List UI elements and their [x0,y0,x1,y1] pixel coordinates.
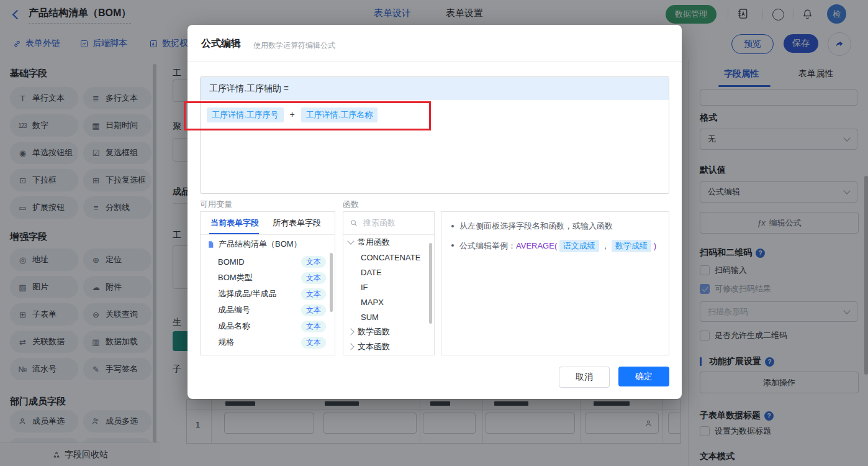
functions-label: 函数 [343,199,359,210]
function-group-text[interactable]: 文本函数 [343,339,434,354]
cancel-button[interactable]: 取消 [559,367,610,388]
type-badge: 文本 [301,288,326,300]
type-badge: 文本 [301,321,326,332]
modal-subtitle: 使用数学运算符编辑公式 [253,40,335,51]
bullet [451,225,454,227]
variable-field-row[interactable]: 成品编号文本 [201,302,335,318]
variables-panel: 当前表单字段 所有表单字段 产品结构清单（BOM） BOMID文本 BOM类型文… [200,211,335,355]
bullet [451,244,454,247]
tip-line-2: 公式编辑举例：AVERAGE( 语文成绩 ， 数学成绩 ) [451,240,659,252]
type-badge: 文本 [301,337,326,349]
type-badge: 文本 [301,272,326,284]
function-group-common[interactable]: 常用函数 [343,235,434,250]
tab-current-form-fields[interactable]: 当前表单字段 [210,217,259,229]
variable-field-row[interactable]: 选择成品/半成品文本 [201,286,335,302]
formula-example: 公式编辑举例：AVERAGE( 语文成绩 ， 数学成绩 ) [459,240,656,252]
example-field-token: 数学成绩 [612,240,651,252]
confirm-button[interactable]: 确定 [618,367,669,386]
variable-field-row[interactable]: 规格文本 [201,334,335,350]
variables-scrollbar[interactable] [330,253,333,312]
example-field-token: 语文成绩 [559,240,599,252]
chevron-right-icon [347,343,354,350]
functions-panel: 搜索函数 常用函数 CONCATENATE DATE IF MAPX SUM 数… [343,211,435,355]
tips-panel: 从左侧面板选择字段名和函数，或输入函数 公式编辑举例：AVERAGE( 语文成绩… [441,211,669,355]
function-item[interactable]: SUM [343,309,434,324]
active-tab-underline [209,233,259,234]
type-badge: 文本 [301,256,326,268]
variables-tabs: 当前表单字段 所有表单字段 [201,212,335,235]
function-search[interactable]: 搜索函数 [343,212,434,235]
formula-target: 工序详情.工序辅助 = [201,77,669,100]
chevron-down-icon [347,237,354,244]
tip-line-1: 从左侧面板选择字段名和函数，或输入函数 [451,221,659,232]
variable-field-row[interactable]: BOM类型文本 [201,270,335,286]
chevron-right-icon [347,328,354,335]
functions-scrollbar[interactable] [429,243,432,324]
formula-editor-modal: 公式编辑 使用数学运算符编辑公式 工序详情.工序辅助 = 工序详情.工序序号 +… [188,25,682,399]
modal-title: 公式编辑 [201,37,241,50]
function-name: AVERAGE( [516,241,557,250]
function-item[interactable]: IF [343,280,434,295]
function-item[interactable]: CONCATENATE [343,250,434,265]
close-paren: ) [654,241,656,250]
function-item[interactable]: DATE [343,265,434,280]
variable-field-row[interactable]: 成品名称文本 [201,318,335,334]
app-window: 产品结构清单（BOM） 表单设计 表单设置 数据管理 检 表单外链 后端脚本 数 [0,0,868,466]
form-tree-node[interactable]: 产品结构清单（BOM） [201,235,335,254]
formula-editor[interactable]: 工序详情.工序辅助 = 工序详情.工序序号 + 工序详情.工序名称 [200,76,669,194]
variables-label: 可用变量 [200,199,232,210]
search-icon [350,219,358,227]
tab-all-form-fields[interactable]: 所有表单字段 [273,217,321,229]
variable-field-row[interactable]: BOMID文本 [201,254,335,270]
modal-header-divider [188,61,682,62]
type-badge: 文本 [301,304,326,316]
function-group-math[interactable]: 数学函数 [343,324,434,339]
function-item[interactable]: MAPX [343,295,434,309]
search-placeholder: 搜索函数 [363,217,396,229]
annotation-highlight-box [184,101,431,130]
file-icon [207,240,215,249]
